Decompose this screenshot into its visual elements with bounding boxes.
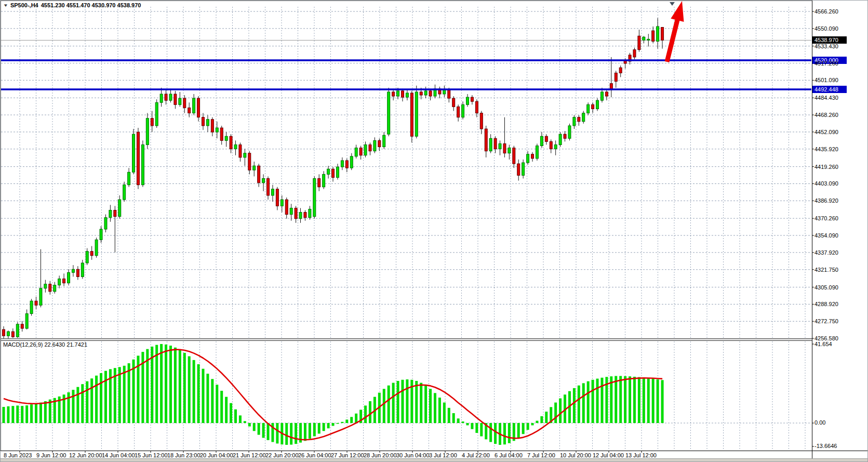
macd-histogram-bar: [7, 406, 9, 423]
macd-histogram-bar: [220, 391, 223, 423]
price-chart-canvas[interactable]: [1, 1, 868, 462]
macd-histogram-bar: [540, 416, 543, 423]
chart-symbol-timeframe: SP500-,H4: [10, 2, 38, 8]
macd-histogram-bar: [443, 403, 446, 423]
candle-bear: [531, 154, 534, 159]
candle-bull: [424, 91, 427, 95]
macd-histogram-bar: [183, 353, 186, 423]
candle-bull: [568, 126, 571, 138]
macd-scale-zero: 0.00: [814, 419, 825, 426]
time-axis-label: 30 Jun 04:00: [396, 452, 430, 458]
hline-price-tag-4492[interactable]: 4492.448: [812, 86, 847, 93]
candle-bear: [276, 189, 278, 206]
time-axis-label: 3 Jul 12:00: [429, 452, 457, 458]
candle-bull: [234, 144, 237, 149]
candle-bull: [155, 102, 158, 126]
macd-histogram-bar: [415, 381, 418, 423]
macd-histogram-bar: [100, 373, 102, 423]
candle-bear: [114, 210, 116, 216]
candle-bear: [267, 179, 270, 196]
candle-bull: [647, 39, 650, 40]
candle-bull: [443, 90, 446, 94]
macd-histogram-bar: [72, 390, 74, 423]
candle-bull: [109, 210, 112, 217]
candle-bear: [345, 161, 348, 168]
macd-histogram-bar: [582, 383, 585, 423]
candle-bull: [350, 156, 353, 168]
candle-bull: [596, 100, 599, 109]
candle-bull: [16, 324, 19, 337]
macd-histogram-bar: [615, 376, 617, 423]
candle-bear: [369, 144, 371, 151]
candle-bear: [211, 120, 213, 132]
candle-bear: [188, 108, 191, 113]
candle-bear: [332, 169, 335, 177]
macd-histogram-bar: [647, 378, 650, 423]
macd-histogram-bar: [39, 403, 42, 423]
candle-bull: [44, 284, 47, 288]
candle-bull: [527, 154, 529, 163]
macd-histogram-bar: [522, 423, 525, 434]
candle-bull: [7, 332, 9, 336]
macd-histogram-bar: [508, 423, 511, 443]
candle-bull: [554, 144, 557, 149]
candle-bull: [643, 37, 645, 40]
macd-histogram-bar: [174, 348, 177, 423]
candle-bull: [415, 92, 418, 136]
price-axis-label: 4386.920: [814, 197, 838, 204]
macd-histogram-bar: [248, 423, 251, 427]
candle-bull: [573, 117, 576, 126]
macd-histogram-bar: [345, 419, 348, 423]
bottom-strip: [1, 458, 868, 462]
candle-bear: [239, 144, 242, 157]
macd-histogram-bar: [503, 423, 506, 444]
candle-bull: [406, 93, 408, 97]
macd-histogram-bar: [429, 389, 432, 423]
macd-histogram-bar: [169, 346, 172, 423]
candle-bear: [174, 94, 177, 104]
candle-bull: [54, 285, 56, 292]
macd-histogram-bar: [471, 423, 473, 429]
price-axis-label: 4533.430: [814, 43, 838, 49]
macd-histogram-bar: [536, 421, 538, 423]
candle-bull: [225, 136, 228, 140]
candle-bull: [39, 288, 42, 306]
candle-bull: [299, 213, 302, 219]
candle-bear: [452, 98, 455, 107]
candle-bull: [118, 200, 121, 217]
macd-histogram-bar: [633, 377, 636, 423]
macd-histogram-bar: [489, 423, 492, 442]
macd-histogram-bar: [364, 405, 367, 423]
macd-histogram-bar: [457, 418, 460, 423]
macd-histogram-bar: [230, 403, 232, 423]
price-axis-label: 4370.260: [814, 215, 838, 221]
macd-histogram-bar: [420, 383, 422, 423]
macd-histogram-bar: [318, 423, 321, 433]
macd-histogram-bar: [86, 381, 88, 423]
candle-bear: [401, 91, 404, 97]
price-axis-label: 4435.920: [814, 146, 838, 152]
macd-histogram-bar: [652, 379, 655, 423]
macd-histogram-bar: [11, 406, 14, 423]
candle-bull: [327, 169, 330, 174]
candle-bull: [582, 113, 585, 122]
macd-histogram-bar: [559, 399, 562, 423]
candle-bear: [494, 138, 497, 149]
macd-histogram-bar: [179, 350, 181, 423]
chevron-down-icon[interactable]: ▼: [3, 3, 8, 8]
macd-histogram-bar: [323, 423, 325, 431]
price-axis-label: 4484.430: [814, 95, 838, 101]
macd-histogram-bar: [494, 423, 497, 444]
chart-background: [1, 1, 868, 462]
macd-histogram-bar: [554, 403, 557, 423]
candle-bear: [605, 92, 608, 96]
candle-bull: [600, 92, 603, 100]
candle-bull: [81, 263, 84, 276]
macd-histogram-bar: [643, 378, 645, 423]
chart-ohlc-values: 4551.230 4551.470 4530.970 4538.970: [41, 2, 141, 8]
candle-bear: [295, 208, 297, 218]
macd-histogram-bar: [475, 423, 478, 433]
candle-bull: [540, 136, 543, 146]
macd-histogram-bar: [592, 380, 594, 423]
time-axis-label: 13 Jul 12:00: [625, 452, 657, 458]
